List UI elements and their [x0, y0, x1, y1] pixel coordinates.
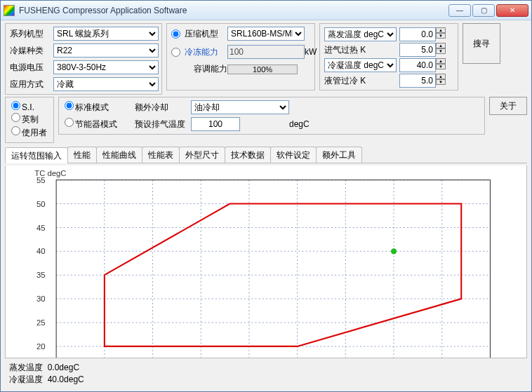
footer-evap-label: 蒸发温度	[9, 363, 43, 372]
cond-temp-input[interactable]	[399, 58, 436, 72]
unit-si-row[interactable]: S.I.	[11, 101, 48, 112]
capacity-bar: 100%	[227, 65, 298, 74]
compressor-radio[interactable]	[171, 29, 180, 39]
extcool-label: 额外冷却	[135, 102, 191, 114]
svg-text:40: 40	[36, 247, 46, 255]
disch-label: 预设排气温度	[135, 119, 191, 130]
tab-envelope-input[interactable]: 运转范围输入	[5, 147, 68, 163]
subcool-spin[interactable]: ▲▼	[436, 74, 446, 88]
evap-spin[interactable]: ▲▼	[436, 27, 446, 41]
tab-tech-data[interactable]: 技术数据	[225, 147, 271, 163]
mode-econ-radio[interactable]	[65, 118, 74, 127]
app-window: FUSHENG Compressor Application Software …	[0, 0, 532, 392]
titlebar: FUSHENG Compressor Application Software …	[1, 1, 531, 20]
chart-area: TC degC 2025303540455055 -30-25-20-15-10…	[5, 165, 527, 358]
footer-evap-value: 0.0degC	[48, 363, 79, 372]
tab-perf-curve[interactable]: 性能曲线	[96, 147, 142, 163]
cooling-value-input	[227, 45, 305, 59]
footer: 蒸发温度 0.0degC 冷凝温度 40.0degC	[5, 360, 527, 387]
unit-imp-radio[interactable]	[11, 113, 20, 122]
svg-text:35: 35	[36, 271, 46, 279]
tab-dimensions[interactable]: 外型尺寸	[179, 147, 225, 163]
mode-std-row[interactable]: 标准模式	[65, 101, 135, 114]
tab-perf-table[interactable]: 性能表	[142, 147, 180, 163]
cooling-radio-label: 冷冻能力	[185, 46, 218, 58]
search-button[interactable]: 搜寻	[463, 23, 500, 64]
modes-panel: 标准模式 额外冷却 油冷却 节能器模式 预设排气温度 degC	[58, 97, 485, 135]
compressor-radio-row[interactable]: 压缩机型	[171, 28, 227, 40]
conditions-panel: 蒸发温度 degC 进气过热 K 冷凝温度 degC 液管过冷 K ▲▼ ▲▼ …	[319, 23, 458, 90]
content-area: 系列机型 SRL 螺旋系列 冷媒种类 R22 电源电压 380V-3-50Hz …	[1, 20, 531, 391]
window-title: FUSHENG Compressor Application Software	[19, 6, 447, 15]
mode-std-radio[interactable]	[65, 101, 74, 110]
refrig-select[interactable]: R22	[53, 43, 159, 58]
second-row: S.I. 英制 使用者 标准模式 额外冷却 油冷却 节能器模式 预设排气温度 d…	[5, 97, 527, 143]
tab-strip: 运转范围输入 性能 性能曲线 性能表 外型尺寸 技术数据 软件设定 额外工具	[5, 147, 527, 163]
capacity-pct: 100%	[228, 65, 297, 74]
svg-text:55: 55	[36, 176, 46, 184]
capacity-label: 容调能力	[171, 63, 227, 75]
evap-temp-input[interactable]	[399, 27, 436, 41]
cooling-radio-row[interactable]: 冷冻能力	[171, 46, 227, 58]
close-button[interactable]: ✕	[496, 4, 528, 17]
unit-si-radio[interactable]	[11, 101, 20, 110]
footer-cond-label: 冷凝温度	[9, 374, 43, 384]
svg-text:50: 50	[36, 200, 46, 208]
minimize-button[interactable]: —	[448, 4, 471, 17]
unit-user-radio[interactable]	[11, 126, 20, 135]
svg-text:30: 30	[36, 295, 46, 303]
suction-label: 进气过热 K	[324, 44, 397, 56]
window-buttons: — ▢ ✕	[447, 4, 528, 17]
suction-input[interactable]	[399, 43, 436, 57]
app-icon	[4, 5, 15, 16]
svg-text:25: 25	[36, 318, 46, 327]
maximize-button[interactable]: ▢	[472, 4, 495, 17]
subcool-label: 液管过冷 K	[324, 75, 397, 87]
model-panel: 压缩机型 SRL160B-MS/MP 冷冻能力 kW 容调能力 100%	[166, 23, 315, 90]
envelope-chart: TC degC 2025303540455055 -30-25-20-15-10…	[6, 165, 526, 358]
evap-temp-select[interactable]: 蒸发温度 degC	[324, 27, 397, 41]
units-panel: S.I. 英制 使用者	[5, 97, 54, 143]
footer-cond-value: 40.0degC	[48, 374, 84, 384]
extcool-select[interactable]: 油冷却	[191, 100, 289, 114]
cooling-radio[interactable]	[171, 48, 180, 57]
about-button[interactable]: 关于	[489, 97, 527, 115]
series-panel: 系列机型 SRL 螺旋系列 冷媒种类 R22 电源电压 380V-3-50Hz …	[5, 23, 162, 95]
compressor-model-select[interactable]: SRL160B-MS/MP	[227, 27, 305, 41]
cond-temp-select[interactable]: 冷凝温度 degC	[324, 58, 397, 72]
refrig-label: 冷媒种类	[10, 45, 51, 57]
subcool-input[interactable]	[399, 74, 436, 88]
unit-user-row[interactable]: 使用者	[11, 126, 48, 139]
app-label: 应用方式	[10, 79, 51, 90]
svg-point-35	[391, 248, 397, 254]
power-label: 电源电压	[10, 62, 51, 74]
series-label: 系列机型	[10, 28, 51, 40]
unit-imp-row[interactable]: 英制	[11, 113, 48, 126]
disch-unit: degC	[289, 119, 324, 129]
svg-text:20: 20	[36, 342, 46, 351]
cond-spin[interactable]: ▲▼	[436, 58, 446, 72]
compressor-radio-label: 压缩机型	[185, 28, 218, 40]
series-select[interactable]: SRL 螺旋系列	[53, 27, 159, 41]
app-select[interactable]: 冷藏	[53, 77, 159, 91]
power-select[interactable]: 380V-3-50Hz	[53, 60, 159, 74]
tab-software-settings[interactable]: 软件设定	[270, 147, 317, 163]
mode-econ-row[interactable]: 节能器模式	[65, 118, 135, 130]
disch-input[interactable]	[191, 117, 240, 131]
tab-extra-tools[interactable]: 额外工具	[316, 147, 362, 163]
svg-rect-34	[56, 180, 490, 358]
tab-performance[interactable]: 性能	[67, 147, 97, 163]
svg-text:45: 45	[36, 224, 46, 232]
top-row: 系列机型 SRL 螺旋系列 冷媒种类 R22 电源电压 380V-3-50Hz …	[5, 23, 527, 95]
suction-spin[interactable]: ▲▼	[436, 43, 446, 57]
